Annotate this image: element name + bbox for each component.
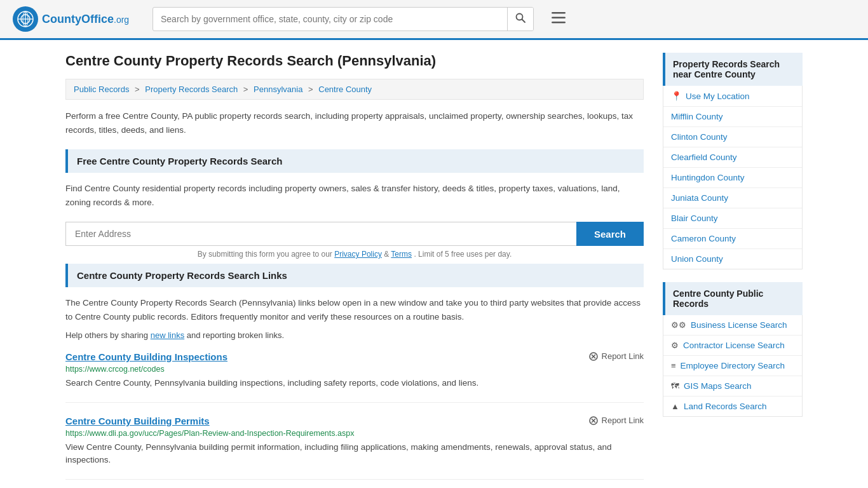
logo-icon xyxy=(13,6,38,32)
public-records-title: Centre County Public Records xyxy=(663,282,803,315)
list-item[interactable]: Clinton County xyxy=(663,127,802,147)
free-search-description: Find Centre County residential property … xyxy=(65,182,644,209)
main-container: Centre County Property Records Search (P… xyxy=(53,40,815,488)
header-search-button[interactable] xyxy=(507,8,533,30)
breadcrumb: Public Records > Property Records Search… xyxy=(65,79,644,100)
breadcrumb-public-records[interactable]: Public Records xyxy=(74,85,129,94)
directory-icon: ≡ xyxy=(671,361,676,370)
sidebar-link-clinton[interactable]: Clinton County xyxy=(663,127,802,147)
sidebar-link-juniata[interactable]: Juniata County xyxy=(663,188,802,208)
contractor-license-search-link[interactable]: ⚙ Contractor License Search xyxy=(663,336,802,355)
search-form-row: Search xyxy=(65,222,644,246)
logo-area: CountyOffice.org xyxy=(13,6,140,32)
list-item[interactable]: Blair County xyxy=(663,208,802,229)
list-item[interactable]: ⚙ Contractor License Search xyxy=(663,336,802,356)
free-search-section-header: Free Centre County Property Records Sear… xyxy=(65,149,644,173)
gis-maps-search-link[interactable]: 🗺 GIS Maps Search xyxy=(663,376,802,396)
list-item[interactable]: Huntingdon County xyxy=(663,168,802,188)
property-search-button[interactable]: Search xyxy=(576,222,644,246)
record-url-1: https://www.crcog.net/codes xyxy=(65,365,644,374)
public-records-box: Centre County Public Records ⚙⚙ Business… xyxy=(663,282,803,417)
record-item: Centre County Building Inspections Repor… xyxy=(65,351,644,403)
hamburger-menu-button[interactable] xyxy=(546,8,571,30)
sidebar-link-clearfield[interactable]: Clearfield County xyxy=(663,147,802,167)
land-icon: ▲ xyxy=(671,402,679,411)
nearby-counties-list: 📍 Use My Location Mifflin County Clinton… xyxy=(663,86,803,269)
nearby-counties-title: Property Records Search near Centre Coun… xyxy=(663,53,803,86)
record-title-building-inspections[interactable]: Centre County Building Inspections xyxy=(65,351,227,362)
record-item-2: Centre County Building Permits Report Li… xyxy=(65,416,644,480)
header: CountyOffice.org xyxy=(0,0,868,40)
sidebar-link-huntingdon[interactable]: Huntingdon County xyxy=(663,168,802,187)
list-item[interactable]: Clearfield County xyxy=(663,147,802,168)
svg-rect-8 xyxy=(552,17,566,19)
property-search-form: Search By submitting this form you agree… xyxy=(65,222,644,259)
form-disclaimer: By submitting this form you agree to our… xyxy=(65,250,644,259)
list-item[interactable]: 🗺 GIS Maps Search xyxy=(663,376,802,396)
list-item[interactable]: ▲ Land Records Search xyxy=(663,396,802,416)
terms-link[interactable]: Terms xyxy=(391,250,412,259)
location-dot-icon: 📍 xyxy=(671,91,682,101)
gear-gear-icon: ⚙⚙ xyxy=(671,320,686,330)
list-item[interactable]: ⚙⚙ Business License Search xyxy=(663,315,802,336)
public-records-list: ⚙⚙ Business License Search ⚙ Contractor … xyxy=(663,315,803,417)
gear-icon: ⚙ xyxy=(671,341,679,350)
sidebar-link-cameron[interactable]: Cameron County xyxy=(663,229,802,248)
nearby-counties-box: Property Records Search near Centre Coun… xyxy=(663,53,803,269)
employee-directory-search-link[interactable]: ≡ Employee Directory Search xyxy=(663,356,802,376)
breadcrumb-property-records-search[interactable]: Property Records Search xyxy=(145,85,238,94)
page-title: Centre County Property Records Search (P… xyxy=(65,53,644,69)
header-search-bar[interactable] xyxy=(153,7,534,31)
svg-rect-9 xyxy=(552,22,566,24)
header-search-input[interactable] xyxy=(153,9,507,29)
new-links-link[interactable]: new links xyxy=(151,330,184,340)
list-item[interactable]: Juniata County xyxy=(663,188,802,208)
record-url-2: https://www.dli.pa.gov/ucc/Pages/Plan-Re… xyxy=(65,429,644,438)
record-item-header-1: Centre County Building Inspections Repor… xyxy=(65,351,644,362)
use-my-location-item[interactable]: 📍 Use My Location xyxy=(663,86,802,107)
address-input[interactable] xyxy=(65,222,576,246)
sidebar-link-union[interactable]: Union County xyxy=(663,249,802,269)
list-item[interactable]: ≡ Employee Directory Search xyxy=(663,356,802,376)
breadcrumb-pennsylvania[interactable]: Pennsylvania xyxy=(254,85,302,94)
land-records-search-link[interactable]: ▲ Land Records Search xyxy=(663,396,802,416)
share-text: Help others by sharing new links and rep… xyxy=(65,330,644,340)
business-license-search-link[interactable]: ⚙⚙ Business License Search xyxy=(663,315,802,335)
sidebar-link-mifflin[interactable]: Mifflin County xyxy=(663,107,802,126)
report-link-button-2[interactable]: Report Link xyxy=(588,416,644,426)
record-item-header-2: Centre County Building Permits Report Li… xyxy=(65,416,644,426)
page-description: Perform a free Centre County, PA public … xyxy=(65,109,644,137)
sidebar: Property Records Search near Centre Coun… xyxy=(663,53,803,488)
logo-text: CountyOffice.org xyxy=(42,13,129,26)
record-desc-2: View Centre County, Pennsylvania buildin… xyxy=(65,441,644,467)
report-link-button-1[interactable]: Report Link xyxy=(588,351,644,362)
record-desc-1: Search Centre County, Pennsylvania build… xyxy=(65,377,644,390)
svg-line-6 xyxy=(522,20,526,23)
svg-rect-7 xyxy=(552,12,566,14)
map-icon: 🗺 xyxy=(671,381,679,391)
content-area: Centre County Property Records Search (P… xyxy=(65,53,644,488)
links-description: The Centre County Property Records Searc… xyxy=(65,296,644,323)
use-my-location-link[interactable]: 📍 Use My Location xyxy=(663,86,802,106)
privacy-policy-link[interactable]: Privacy Policy xyxy=(334,250,382,259)
sidebar-link-blair[interactable]: Blair County xyxy=(663,208,802,228)
list-item[interactable]: Union County xyxy=(663,249,802,269)
list-item[interactable]: Cameron County xyxy=(663,229,802,249)
record-title-building-permits[interactable]: Centre County Building Permits xyxy=(65,416,210,426)
breadcrumb-centre-county[interactable]: Centre County xyxy=(318,85,372,94)
links-section-header: Centre County Property Records Search Li… xyxy=(65,264,644,287)
list-item[interactable]: Mifflin County xyxy=(663,107,802,127)
